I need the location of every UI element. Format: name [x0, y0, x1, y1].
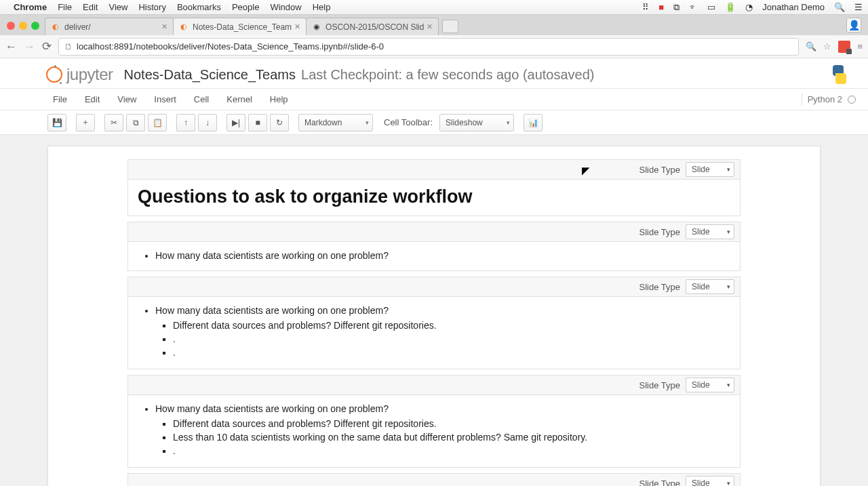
github-favicon-icon: ◉ — [312, 22, 321, 32]
display-icon[interactable]: ▭ — [707, 2, 715, 12]
cell-heading[interactable]: Slide Type Slide Questions to ask to org… — [54, 159, 814, 217]
interrupt-button[interactable]: ■ — [248, 114, 267, 131]
dropbox-icon[interactable]: ⠿ — [642, 2, 649, 12]
extension-icon[interactable] — [838, 41, 850, 53]
slideshow-button[interactable]: 📊 — [524, 114, 542, 131]
kernel-name: Python 2 — [808, 94, 842, 104]
back-button[interactable]: ← — [5, 40, 17, 54]
jp-menu-cell[interactable]: Cell — [194, 94, 209, 104]
chrome-user-icon[interactable]: 👤 — [846, 18, 861, 33]
zoom-window-icon[interactable] — [31, 22, 39, 30]
close-tab-icon[interactable]: ✕ — [161, 22, 167, 31]
restart-button[interactable]: ↻ — [270, 114, 289, 131]
spotlight-icon[interactable]: 🔍 — [834, 2, 845, 12]
reload-button[interactable]: ⟳ — [42, 39, 52, 54]
menu-file[interactable]: File — [58, 2, 72, 12]
insert-cell-button[interactable]: ＋ — [76, 114, 95, 131]
zoom-icon[interactable]: 🔍 — [806, 41, 816, 52]
mac-menubar: Chrome File Edit View History Bookmarks … — [0, 0, 868, 15]
slide-type-select[interactable]: Slide — [686, 378, 734, 392]
url-path: :8891/notebooks/deliver/Notes-Data_Scien… — [111, 41, 384, 52]
menu-edit[interactable]: Edit — [83, 2, 98, 12]
cell-content: Questions to ask to organize workflow — [127, 180, 741, 216]
jp-menu-help[interactable]: Help — [270, 94, 288, 104]
list-item: How many data scientists are working on … — [155, 304, 730, 361]
slide-type-label: Slide Type — [639, 380, 680, 390]
save-button[interactable]: 💾 — [47, 114, 66, 131]
cell-toolbar-select[interactable]: Slideshow — [439, 114, 514, 131]
kernel-logo — [830, 65, 849, 84]
menu-bookmarks[interactable]: Bookmarks — [177, 2, 221, 12]
list-item: Less than 10 data scientists working on … — [173, 430, 730, 444]
tab-title: deliver/ — [64, 22, 159, 32]
tab-title: Notes-Data_Science_Team — [193, 22, 292, 32]
copy-button[interactable]: ⧉ — [126, 114, 145, 131]
slide-type-select[interactable]: Slide — [686, 476, 734, 486]
close-tab-icon[interactable]: ✕ — [294, 22, 300, 31]
slide-type-select[interactable]: Slide — [686, 279, 734, 294]
app-name[interactable]: Chrome — [14, 2, 47, 12]
slide-toolbar: Slide Type Slide — [127, 277, 741, 297]
jp-menu-file[interactable]: File — [53, 94, 67, 104]
slide-type-label: Slide Type — [639, 479, 680, 487]
url-host: localhost — [77, 41, 111, 52]
notebook-title[interactable]: Notes-Data_Science_Teams — [124, 67, 296, 83]
jupyter-logo-text: jupyter — [66, 65, 113, 84]
window-controls — [4, 22, 45, 35]
cut-button[interactable]: ✂ — [104, 114, 123, 131]
list-item: Different data sources and problems? Dif… — [173, 417, 730, 430]
bookmark-icon[interactable]: ☆ — [823, 41, 831, 52]
move-up-button[interactable]: ↑ — [176, 114, 195, 131]
notifications-icon[interactable]: ☰ — [854, 2, 863, 12]
list-item: How many data scientists are working on … — [155, 249, 730, 262]
jp-menu-edit[interactable]: Edit — [85, 94, 100, 104]
checkpoint-status: Last Checkpoint: a few seconds ago (auto… — [301, 67, 594, 83]
status-icon[interactable]: ■ — [658, 2, 664, 12]
jp-menu-insert[interactable]: Insert — [154, 94, 176, 104]
forward-button[interactable]: → — [24, 40, 35, 54]
jupyter-favicon-icon: ◐ — [179, 22, 189, 32]
menu-people[interactable]: People — [232, 2, 259, 12]
cell-type-select[interactable]: Markdown — [298, 114, 373, 131]
jupyter-logo[interactable]: jupyter — [46, 65, 113, 84]
close-tab-icon[interactable]: ✕ — [427, 22, 433, 31]
list-item: . — [173, 444, 730, 458]
slide-toolbar: Slide Type Slide — [127, 222, 741, 242]
slide-type-select[interactable]: Slide — [686, 162, 734, 177]
menu-history[interactable]: History — [138, 2, 165, 12]
menu-view[interactable]: View — [108, 2, 127, 12]
jp-menu-view[interactable]: View — [117, 94, 136, 104]
menu-window[interactable]: Window — [270, 2, 301, 12]
screen-icon[interactable]: ⧉ — [673, 2, 679, 13]
menu-help[interactable]: Help — [313, 2, 331, 12]
tab-deliver[interactable]: ◐ deliver/ ✕ — [45, 18, 174, 35]
cell-q1[interactable]: Slide Type Slide How many data scientist… — [54, 221, 814, 272]
tab-notes-active[interactable]: ◐ Notes-Data_Science_Team ✕ — [173, 18, 307, 35]
cell-content: How many data scientists are working on … — [127, 297, 741, 369]
close-window-icon[interactable] — [7, 22, 15, 30]
list-item: . — [173, 332, 730, 346]
jp-menu-kernel[interactable]: Kernel — [226, 94, 252, 104]
move-down-button[interactable]: ↓ — [198, 114, 217, 131]
run-button[interactable]: ▶| — [226, 114, 245, 131]
wifi-icon[interactable]: ᯤ — [689, 2, 698, 12]
list-item: Different data sources and problems? Dif… — [173, 319, 730, 332]
minimize-window-icon[interactable] — [19, 22, 27, 30]
new-tab-button[interactable] — [442, 20, 458, 33]
jupyter-toolbar: 💾 ＋ ✂ ⧉ 📋 ↑ ↓ ▶| ■ ↻ Markdown Cell Toolb… — [0, 110, 868, 135]
jupyter-menubar: File Edit View Insert Cell Kernel Help P… — [0, 89, 868, 110]
slide-type-select[interactable]: Slide — [686, 224, 734, 239]
kernel-status-icon[interactable] — [848, 96, 856, 104]
address-bar[interactable]: 🗋 localhost:8891/notebooks/deliver/Notes… — [58, 38, 799, 56]
clock-icon[interactable]: ◔ — [745, 2, 753, 12]
cell-toolbar-label: Cell Toolbar: — [384, 117, 433, 127]
cell-q4[interactable]: Slide Type Slide — [54, 472, 814, 486]
cell-q3[interactable]: Slide Type Slide How many data scientist… — [54, 374, 814, 468]
cell-q2[interactable]: Slide Type Slide How many data scientist… — [54, 276, 814, 370]
paste-button[interactable]: 📋 — [148, 114, 167, 131]
chrome-menu-icon[interactable]: ≡ — [857, 41, 863, 52]
user-name[interactable]: Jonathan Demo — [762, 2, 825, 12]
battery-icon[interactable]: 🔋 — [725, 2, 736, 12]
slide-toolbar: Slide Type Slide — [127, 159, 741, 180]
tab-oscon[interactable]: ◉ OSCON-2015/OSCON Slid ✕ — [306, 18, 439, 35]
